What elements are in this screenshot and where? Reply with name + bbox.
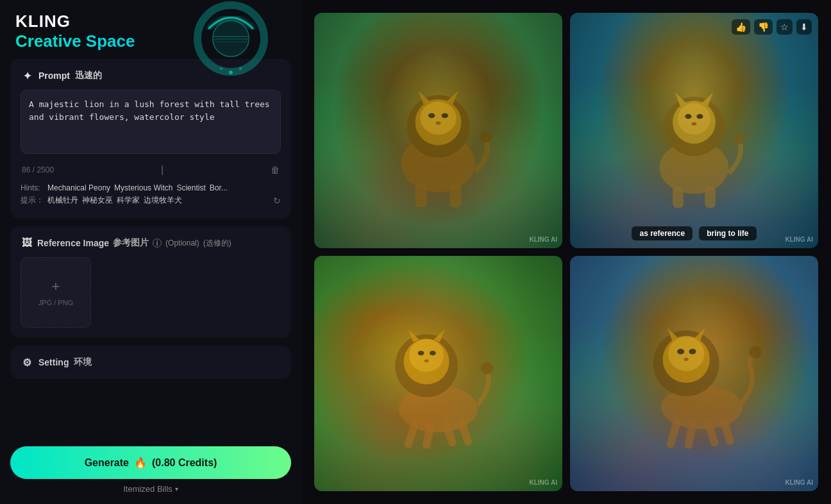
svg-rect-20 (449, 184, 461, 207)
setting-label-en: Setting (38, 357, 69, 367)
hint-tag-1[interactable]: Mechanical Peony (47, 183, 110, 192)
svg-rect-31 (673, 187, 684, 208)
svg-rect-19 (416, 184, 427, 207)
generate-label: Generate (85, 457, 129, 469)
svg-point-51 (684, 358, 689, 361)
reference-optional-zh: (选修的) (203, 238, 231, 249)
logo-subtitle: Creative Space (15, 31, 286, 51)
panels-scroll: ✦ Prompt 迅速的 A majestic lion in a lush f… (0, 51, 301, 504)
label-as-reference[interactable]: as reference (632, 226, 692, 240)
logo-title: KLING (15, 12, 286, 31)
lion-overlay-1 (314, 13, 562, 248)
watermark-1: KLING AI (529, 236, 557, 243)
dislike-button[interactable]: 👎 (754, 19, 773, 35)
image-cell-1[interactable]: KLING AI (314, 13, 562, 248)
generate-credits: (0.80 Credits) (152, 457, 217, 469)
svg-point-52 (749, 346, 762, 359)
svg-point-12 (420, 102, 457, 135)
reference-image-panel: 🖼 Reference Image 参考图片 i (Optional) (选修的… (10, 226, 291, 338)
left-panel: KLING Creative Space (0, 0, 301, 504)
prompt-icon: ✦ (21, 69, 33, 82)
svg-point-16 (442, 113, 448, 119)
app-title: KLING Creative Space (15, 12, 286, 51)
hints-zh-line: 提示： 机械牡丹 神秘女巫 科学家 边境牧羊犬 ↻ (21, 195, 281, 206)
svg-point-46 (668, 337, 704, 371)
image-labels: as reference bring to life (570, 226, 818, 240)
hint-tag-4[interactable]: Bor... (210, 183, 228, 192)
hint-zh-tag-3[interactable]: 科学家 (117, 195, 140, 206)
hint-tag-3[interactable]: Scientist (176, 183, 205, 192)
lion-overlay-2 (570, 13, 818, 248)
svg-point-8 (239, 67, 242, 70)
logo-area: KLING Creative Space (0, 0, 301, 51)
hints-label-en: Hints: (21, 183, 44, 192)
hints-label-zh: 提示： (21, 195, 44, 206)
prompt-label: Prompt (38, 71, 70, 81)
setting-panel-header: ⚙ Setting 环境 (21, 356, 281, 369)
refresh-hints-button[interactable]: ↻ (273, 196, 281, 206)
svg-point-7 (220, 67, 222, 70)
hint-zh-tag-1[interactable]: 机械牡丹 (47, 195, 78, 206)
lion-silhouette-3 (351, 291, 525, 456)
reference-label-zh: 参考图片 (113, 237, 149, 249)
image-grid: KLING AI 👍 👎 (301, 0, 831, 504)
lion-silhouette-2 (607, 48, 781, 213)
itemized-bills-label: Itemized Bills (123, 484, 172, 494)
prompt-textarea[interactable]: A majestic lion in a lush forest with ta… (21, 90, 281, 154)
svg-point-42 (481, 362, 494, 374)
lion-silhouette-4 (607, 291, 781, 456)
image-cell-3[interactable]: KLING AI (314, 256, 562, 491)
lion-silhouette-1 (351, 48, 525, 213)
image-cell-2[interactable]: 👍 👎 ☆ ⬇ as reference bring to life KLING… (570, 13, 818, 248)
prompt-footer: 86 / 2500 | 🗑 (21, 162, 281, 178)
watermark-3: KLING AI (529, 479, 557, 486)
lion-overlay-3 (314, 256, 562, 491)
setting-icon: ⚙ (21, 356, 33, 369)
svg-point-24 (678, 103, 710, 135)
svg-point-49 (677, 349, 684, 355)
watermark-4: KLING AI (785, 479, 813, 486)
reference-optional-en: (Optional) (165, 239, 199, 248)
reference-label-en: Reference Image (37, 238, 109, 248)
star-button[interactable]: ☆ (776, 19, 793, 35)
svg-point-40 (430, 351, 436, 355)
setting-panel: ⚙ Setting 环境 (10, 346, 291, 379)
svg-point-27 (685, 114, 691, 119)
svg-point-29 (692, 122, 697, 126)
svg-point-36 (409, 339, 444, 372)
reference-info-icon[interactable]: i (153, 239, 162, 248)
image-actions: 👍 👎 ☆ ⬇ (732, 19, 812, 35)
hints-en-line: Hints: Mechanical Peony Mysterious Witch… (21, 183, 281, 192)
generate-button[interactable]: Generate 🔥 (0.80 Credits) (10, 446, 291, 479)
fire-icon: 🔥 (134, 457, 147, 469)
setting-label-zh: 环境 (74, 357, 92, 368)
image-cell-4[interactable]: KLING AI (570, 256, 818, 491)
download-button[interactable]: ⬇ (796, 19, 812, 35)
svg-point-6 (229, 71, 233, 74)
reference-panel-header: 🖼 Reference Image 参考图片 i (Optional) (选修的… (21, 237, 281, 249)
hints-row: Hints: Mechanical Peony Mysterious Witch… (21, 183, 281, 206)
generate-area: Generate 🔥 (0.80 Credits) Itemized Bills… (0, 439, 301, 504)
hint-zh-tag-4[interactable]: 边境牧羊犬 (144, 195, 182, 206)
svg-point-17 (436, 121, 441, 124)
hint-tag-2[interactable]: Mysterious Witch (114, 183, 172, 192)
hint-zh-tag-2[interactable]: 神秘女巫 (82, 195, 113, 206)
label-bring-to-life[interactable]: bring to life (699, 226, 756, 240)
upload-format-label: JPG / PNG (38, 299, 73, 307)
prompt-label-zh: 迅速的 (75, 70, 102, 81)
reference-icon: 🖼 (21, 237, 33, 249)
reference-upload-box[interactable]: + JPG / PNG (21, 257, 91, 328)
svg-point-28 (696, 114, 703, 119)
char-count: 86 / 2500 (22, 165, 54, 174)
svg-point-50 (689, 349, 696, 355)
svg-point-15 (428, 113, 435, 119)
svg-point-39 (418, 351, 424, 355)
svg-point-18 (480, 131, 492, 143)
svg-point-41 (424, 359, 428, 362)
clear-prompt-button[interactable]: 🗑 (271, 165, 280, 175)
itemized-bills[interactable]: Itemized Bills ▾ (10, 484, 291, 494)
chevron-down-icon: ▾ (175, 485, 178, 492)
svg-point-30 (734, 133, 745, 144)
lion-overlay-4 (570, 256, 818, 491)
like-button[interactable]: 👍 (732, 19, 750, 35)
